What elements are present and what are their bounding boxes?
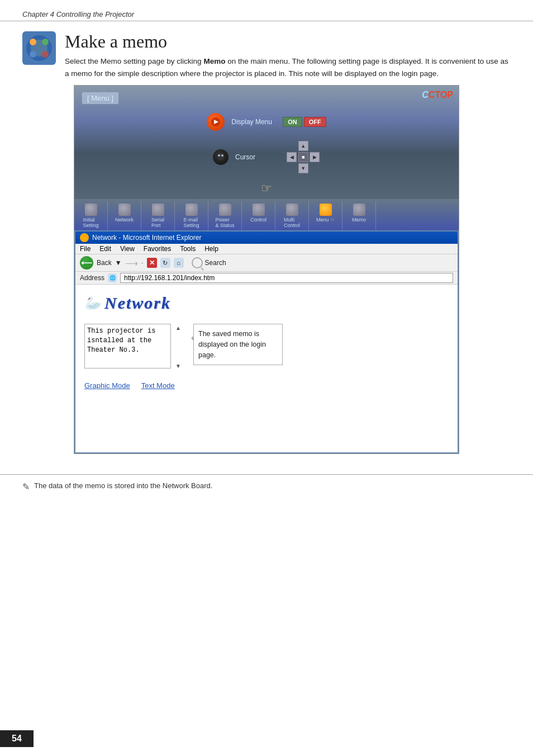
tab-email-setting[interactable]: E-mailSetting <box>175 201 208 230</box>
tab-icon-power <box>219 204 231 216</box>
on-button[interactable]: ON <box>283 117 302 127</box>
tab-label-memo: Memo <box>352 217 366 223</box>
graphic-mode-link[interactable]: Graphic Mode <box>84 381 130 390</box>
tab-icon-email <box>185 204 198 216</box>
browser-content: 🦢 Network This projector is isntalled at… <box>75 285 458 452</box>
forward-button[interactable]: ⟶ <box>125 258 138 268</box>
page-title: Make a memo <box>65 31 511 52</box>
address-input[interactable] <box>120 273 453 283</box>
tab-label-menu: Menu ☞ <box>316 217 335 223</box>
svg-point-4 <box>30 51 36 58</box>
dir-up-button[interactable]: ▲ <box>298 141 308 151</box>
menu-edit[interactable]: Edit <box>99 245 111 253</box>
memo-callout: The saved memo is displayed on the login… <box>193 324 283 365</box>
svg-point-3 <box>42 39 49 45</box>
tab-memo[interactable]: Memo <box>342 201 376 230</box>
search-label[interactable]: Search <box>205 259 226 267</box>
tab-icon-control <box>253 204 265 216</box>
desc-part1: Select the Memo setting page by clicking <box>65 57 203 65</box>
memo-textarea-wrapper: This projector is isntalled at the Theat… <box>84 324 182 370</box>
footer-section: ✎ The data of the memo is stored into th… <box>0 474 533 499</box>
tab-network[interactable]: Network <box>108 201 141 230</box>
desc-bold: Memo <box>203 57 225 65</box>
svg-point-5 <box>42 51 49 58</box>
svg-point-9 <box>218 154 220 157</box>
address-label: Address <box>80 274 104 282</box>
menu-view[interactable]: View <box>120 245 135 253</box>
chapter-label: Chapter 4 Controlling the Projector <box>22 10 134 18</box>
text-mode-link[interactable]: Text Mode <box>141 381 175 390</box>
nav-tabs-area: InitialSetting Network SerialPort E-mail… <box>74 199 459 230</box>
menu-tools[interactable]: Tools <box>180 245 196 253</box>
back-button[interactable]: ⟵ <box>80 256 93 270</box>
tab-label-serial: SerialPort <box>151 217 164 228</box>
dir-right-button[interactable]: ▶ <box>310 152 320 162</box>
ie-menu-bar: File Edit View Favorites Tools Help <box>75 244 458 254</box>
home-button[interactable]: ⌂ <box>174 258 184 268</box>
browser-screenshot: [ Menu ] CCTOP Display Menu ON <box>74 85 459 454</box>
dir-empty-tr <box>310 141 320 151</box>
ie-title: Network - Microsoft Internet Explorer <box>92 234 201 242</box>
svg-point-10 <box>221 154 223 157</box>
network-bird-icon: 🦢 <box>84 295 101 311</box>
cursor-label: Cursor <box>235 153 280 161</box>
tab-menu[interactable]: Menu ☞ <box>309 201 342 230</box>
content-area: Make a memo Select the Memo setting page… <box>0 21 533 474</box>
dir-down-button[interactable]: ▼ <box>298 163 308 173</box>
chapter-header: Chapter 4 Controlling the Projector <box>0 0 533 21</box>
scroll-up-arrow: ▲ <box>175 325 181 331</box>
ctop-label: CCTOP <box>422 90 453 100</box>
dir-empty-bl <box>287 163 297 173</box>
cursor-icon <box>213 149 229 165</box>
back-label: Back <box>97 259 112 267</box>
memo-textarea[interactable]: This projector is isntalled at the Theat… <box>84 324 171 368</box>
tab-icon-memo <box>353 204 365 216</box>
ie-title-bar: Network - Microsoft Internet Explorer <box>75 231 458 244</box>
ie-toolbar: ⟵ Back ▼ ⟶ - ✕ ↻ ⌂ Search <box>75 254 458 272</box>
callout-text: The saved memo is displayed on the login… <box>198 330 266 359</box>
pencil-icon: ✎ <box>22 481 30 492</box>
tab-icon-initial <box>85 204 97 216</box>
stop-button[interactable]: ✕ <box>147 258 157 268</box>
off-button[interactable]: OFF <box>304 117 326 127</box>
control-row: Display Menu ON OFF <box>80 107 453 135</box>
menu-help[interactable]: Help <box>204 245 218 253</box>
footer-note: The data of the memo is stored into the … <box>34 481 212 490</box>
display-menu-icon <box>207 113 225 131</box>
display-menu-label: Display Menu <box>231 118 276 126</box>
page-wrapper: Chapter 4 Controlling the Projector Make… <box>0 0 533 756</box>
tab-control[interactable]: Control <box>242 201 275 230</box>
title-text-block: Make a memo Select the Memo setting page… <box>65 31 511 79</box>
title-row: Make a memo Select the Memo setting page… <box>22 31 511 79</box>
cursor-controls: ▲ ◀ ■ ▶ ▼ <box>287 141 320 173</box>
toolbar-separator: ▼ <box>115 259 122 267</box>
search-icon <box>192 257 203 268</box>
dir-center-button[interactable]: ■ <box>298 152 308 162</box>
tab-label-initial: InitialSetting <box>83 217 98 228</box>
on-off-buttons: ON OFF <box>283 117 326 127</box>
cursor-item: Cursor ▲ ◀ ■ ▶ ▼ <box>213 141 320 173</box>
refresh-button[interactable]: ↻ <box>160 258 170 268</box>
tab-icon-menu <box>320 204 332 216</box>
tab-label-power: Power& Status <box>215 217 234 228</box>
menu-favorites[interactable]: Favorites <box>144 245 171 253</box>
search-area: Search <box>192 257 226 268</box>
tab-icon-network <box>118 204 131 216</box>
dir-empty-tl <box>287 141 297 151</box>
tab-icon-multi <box>286 204 298 216</box>
display-menu-item: Display Menu ON OFF <box>207 113 326 131</box>
dir-left-button[interactable]: ◀ <box>287 152 297 162</box>
tab-multi-control[interactable]: MultiControl <box>275 201 309 230</box>
tab-label-email: E-mailSetting <box>183 217 199 228</box>
dir-empty-br <box>310 163 320 173</box>
menu-file[interactable]: File <box>80 245 91 253</box>
memo-icon-svg <box>25 34 53 62</box>
tab-serial-port[interactable]: SerialPort <box>141 201 175 230</box>
memo-section: This projector is isntalled at the Theat… <box>84 324 449 370</box>
tab-label-control: Control <box>250 217 266 223</box>
tab-power-status[interactable]: Power& Status <box>208 201 242 230</box>
page-number: 54 <box>0 730 34 747</box>
ie-address-bar: Address 🌐 <box>75 272 458 285</box>
tab-initial-setting[interactable]: InitialSetting <box>74 201 108 230</box>
description-text: Select the Memo setting page by clicking… <box>65 55 511 79</box>
